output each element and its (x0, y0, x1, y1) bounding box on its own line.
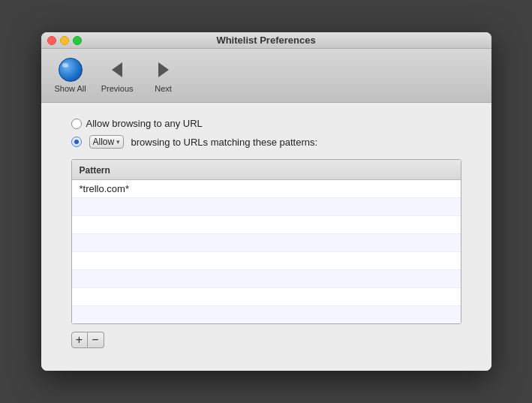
remove-pattern-button[interactable]: − (88, 332, 104, 348)
traffic-lights (47, 36, 82, 45)
radio-any-url-row: Allow browsing to any URL (71, 118, 461, 129)
next-button[interactable]: Next (143, 55, 185, 96)
table-row[interactable] (72, 252, 461, 270)
show-all-label: Show All (55, 84, 86, 93)
radio-pattern-label: browsing to URLs matching these patterns… (131, 137, 318, 148)
window-title: Whitelist Preferences (216, 35, 315, 46)
radio-pattern-row: Allow Deny ▾ browsing to URLs matching t… (71, 135, 461, 149)
previous-button[interactable]: Previous (95, 55, 140, 96)
allow-deny-select[interactable]: Allow Deny (93, 137, 125, 147)
table-column-header: Pattern (80, 165, 110, 176)
globe-icon (59, 58, 83, 82)
add-pattern-button[interactable]: + (71, 332, 88, 348)
table-actions: + − (71, 332, 461, 348)
radio-pattern[interactable] (71, 137, 82, 147)
content-area: Allow browsing to any URL Allow Deny ▾ b… (41, 103, 491, 371)
radio-group: Allow browsing to any URL Allow Deny ▾ b… (71, 118, 461, 149)
next-label: Next (155, 84, 172, 93)
table-row[interactable] (72, 288, 461, 306)
radio-any-url-label: Allow browsing to any URL (86, 118, 203, 129)
allow-deny-select-wrapper: Allow Deny ▾ (89, 135, 124, 149)
table-row[interactable] (72, 306, 461, 323)
table-row[interactable] (72, 198, 461, 216)
table-body: *trello.com* (72, 180, 461, 323)
table-row[interactable] (72, 270, 461, 288)
titlebar: Whitelist Preferences (41, 32, 491, 49)
arrow-right-icon (152, 58, 176, 82)
radio-any-url[interactable] (71, 119, 82, 129)
table-row[interactable] (72, 234, 461, 252)
previous-label: Previous (101, 84, 134, 93)
maximize-button[interactable] (73, 36, 82, 45)
patterns-table: Pattern *trello.com* (71, 159, 461, 324)
show-all-button[interactable]: Show All (49, 55, 92, 96)
close-button[interactable] (47, 36, 56, 45)
table-header: Pattern (72, 160, 461, 180)
table-row[interactable]: *trello.com* (72, 180, 461, 198)
toolbar: Show All Previous Next (41, 49, 491, 103)
arrow-left-icon (105, 58, 129, 82)
preferences-window: Whitelist Preferences Show All Previous … (41, 32, 491, 371)
minimize-button[interactable] (60, 36, 69, 45)
table-row[interactable] (72, 216, 461, 234)
